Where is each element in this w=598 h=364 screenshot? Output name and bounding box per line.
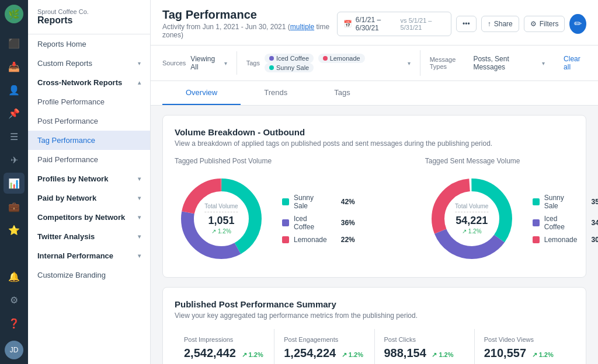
chevron-down-icon: ▾ <box>138 233 141 240</box>
nav-icon-bell[interactable]: 🔔 <box>4 266 25 287</box>
section-title: Reports <box>37 15 141 26</box>
user-avatar[interactable]: JD <box>5 341 23 359</box>
right-donut-center: Total Volume 54,221 ↗ 1.2% <box>455 203 488 235</box>
nav-icon-publishing[interactable]: 📌 <box>4 103 25 124</box>
title-area: Tag Performance Activity from Jun 1, 202… <box>162 8 337 39</box>
video-views-label: Post Video Views <box>484 336 565 343</box>
page-title: Tag Performance <box>162 8 337 22</box>
calendar-icon: 📅 <box>343 20 352 28</box>
message-types-chevron: ▾ <box>542 60 545 66</box>
nav-icon-help[interactable]: ❓ <box>4 313 25 334</box>
message-types-label: Message Types <box>430 56 469 70</box>
sidebar-section-competitors[interactable]: Competitors by Network ▾ <box>28 208 150 227</box>
tags-filter[interactable]: Tags Iced Coffee Lemonade Sunny Sale ▾ <box>246 50 420 76</box>
app-logo: 🌿 <box>5 5 23 23</box>
engagements-label: Post Engagements <box>284 336 364 343</box>
page-header: Tag Performance Activity from Jun 1, 202… <box>151 0 598 46</box>
left-chart-container: Tagged Published Post Volume <box>175 157 355 265</box>
nav-icon-send[interactable]: ✈ <box>4 149 25 170</box>
summary-card: Published Post Performance Summary View … <box>162 287 586 364</box>
content-area: Volume Breakdown - Outbound View a break… <box>151 106 598 364</box>
summary-card-title: Published Post Performance Summary <box>175 299 574 309</box>
sidebar-section-twitter[interactable]: Twitter Analysis ▾ <box>28 227 150 246</box>
video-views-value: 210,557 ↗ 1.2% <box>484 346 565 360</box>
legend-dot <box>282 198 289 205</box>
right-chart-inner: Total Volume 54,221 ↗ 1.2% Sunny Sale 35… <box>425 172 598 265</box>
nav-icon-inbox[interactable]: 📥 <box>4 56 25 77</box>
sidebar-item-paid-performance[interactable]: Paid Performance <box>28 150 150 169</box>
tags-label: Tags <box>246 60 260 66</box>
nav-icon-tasks[interactable]: ☰ <box>4 126 25 147</box>
tab-tags[interactable]: Tags <box>311 81 373 105</box>
clicks-value: 988,154 ↗ 1.2% <box>384 346 465 360</box>
tag-chip-lemonade: Lemonade <box>318 54 365 63</box>
company-name: Sprout Coffee Co. <box>37 8 141 15</box>
clicks-growth: ↗ 1.2% <box>432 351 453 358</box>
legend-item-lemonade-left: Lemonade 22% <box>282 236 355 244</box>
right-legend: Sunny Sale 35% Iced Coffee 34% Lemonade <box>533 194 598 244</box>
main-content: Tag Performance Activity from Jun 1, 202… <box>151 0 598 364</box>
message-types-filter[interactable]: Message Types Posts, Sent Messages ▾ <box>430 51 554 75</box>
metric-video-views: Post Video Views 210,557 ↗ 1.2% <box>475 329 574 364</box>
nav-icon-feed[interactable]: 👤 <box>4 79 25 100</box>
sources-filter[interactable]: Sources Viewing All ▾ <box>162 51 237 75</box>
tag-dot <box>269 56 274 61</box>
sidebar-item-tag-performance[interactable]: Tag Performance <box>28 131 150 150</box>
impressions-label: Post Impressions <box>184 336 265 343</box>
nav-icon-dashboard[interactable]: ⬛ <box>4 33 25 54</box>
sidebar-section-paid-by-network[interactable]: Paid by Network ▾ <box>28 188 150 208</box>
right-donut-wrap: Total Volume 54,221 ↗ 1.2% <box>425 172 519 265</box>
engagements-growth: ↗ 1.2% <box>342 351 363 358</box>
nav-icon-briefcase[interactable]: 💼 <box>4 196 25 217</box>
engagements-value: 1,254,224 ↗ 1.2% <box>284 346 364 360</box>
nav-icon-star[interactable]: ⭐ <box>4 219 25 240</box>
clear-all-button[interactable]: Clear all <box>564 55 586 71</box>
sidebar-item-reports-home[interactable]: Reports Home <box>28 34 150 54</box>
sources-chevron: ▾ <box>224 60 227 66</box>
sidebar-section-profiles-by-network[interactable]: Profiles by Network ▾ <box>28 169 150 188</box>
multiple-timezones-link[interactable]: multiple <box>290 23 314 31</box>
more-options-button[interactable]: ••• <box>456 16 477 32</box>
tag-chip-iced-coffee: Iced Coffee <box>265 54 314 63</box>
brand-header: Sprout Coffee Co. Reports <box>28 0 150 34</box>
message-types-value: Posts, Sent Messages <box>473 55 534 71</box>
sidebar-item-profile-performance[interactable]: Profile Performance <box>28 92 150 111</box>
metric-clicks: Post Clicks 988,154 ↗ 1.2% <box>375 329 475 364</box>
filters-button[interactable]: ⚙ Filters <box>524 16 565 32</box>
date-range-button[interactable]: 📅 6/1/21 – 6/30/21 vs 5/1/21 – 5/31/21 <box>337 12 451 36</box>
tab-overview[interactable]: Overview <box>162 81 241 105</box>
volume-card-subtitle: View a breakdown of applied tags on publ… <box>175 139 574 148</box>
right-chart-label: Tagged Sent Message Volume <box>425 157 598 165</box>
header-actions: 📅 6/1/21 – 6/30/21 vs 5/1/21 – 5/31/21 •… <box>337 12 586 36</box>
tag-chip-sunny-sale: Sunny Sale <box>265 63 314 72</box>
chevron-down-icon: ▾ <box>138 195 141 201</box>
left-donut-center: Total Volume 1,051 ↗ 1.2% <box>204 203 238 235</box>
left-total-label: Total Volume <box>204 203 238 212</box>
left-chart-label: Tagged Published Post Volume <box>175 157 355 165</box>
nav-icon-reports[interactable]: 📊 <box>4 173 25 194</box>
tags-chevron: ▾ <box>408 60 411 66</box>
sidebar-item-post-performance[interactable]: Post Performance <box>28 111 150 131</box>
right-total-label: Total Volume <box>455 203 488 212</box>
sidebar-section-cross-network[interactable]: Cross-Network Reports ▴ <box>28 73 150 92</box>
legend-dot <box>533 236 540 243</box>
share-button[interactable]: ↑ Share <box>481 16 519 32</box>
left-total-value: 1,051 <box>204 215 238 227</box>
nav-icon-settings[interactable]: ⚙ <box>4 289 25 310</box>
sidebar-section-internal[interactable]: Internal Performance ▾ <box>28 246 150 265</box>
metric-engagements: Post Engagements 1,254,224 ↗ 1.2% <box>274 329 374 364</box>
compose-button[interactable]: ✏ <box>569 14 586 34</box>
sidebar-item-customize-branding[interactable]: Customize Branding <box>28 265 150 285</box>
page-subtitle: Activity from Jun 1, 2021 - Jun 30, 2021… <box>162 23 337 39</box>
charts-row: Tagged Published Post Volume <box>175 157 574 265</box>
left-growth: ↗ 1.2% <box>204 228 238 235</box>
clicks-label: Post Clicks <box>384 336 465 343</box>
sidebar-item-custom-reports[interactable]: Custom Reports ▾ <box>28 54 150 73</box>
tag-dot <box>269 65 274 70</box>
left-donut-wrap: Total Volume 1,051 ↗ 1.2% <box>175 172 268 265</box>
left-legend: Sunny Sale 42% Iced Coffee 36% Lemonade <box>282 194 355 244</box>
sources-label: Sources <box>162 60 186 66</box>
metric-impressions: Post Impressions 2,542,442 ↗ 1.2% <box>175 329 274 364</box>
tab-trends[interactable]: Trends <box>241 81 311 105</box>
left-chart-inner: Total Volume 1,051 ↗ 1.2% Sunny Sale 42% <box>175 172 355 265</box>
